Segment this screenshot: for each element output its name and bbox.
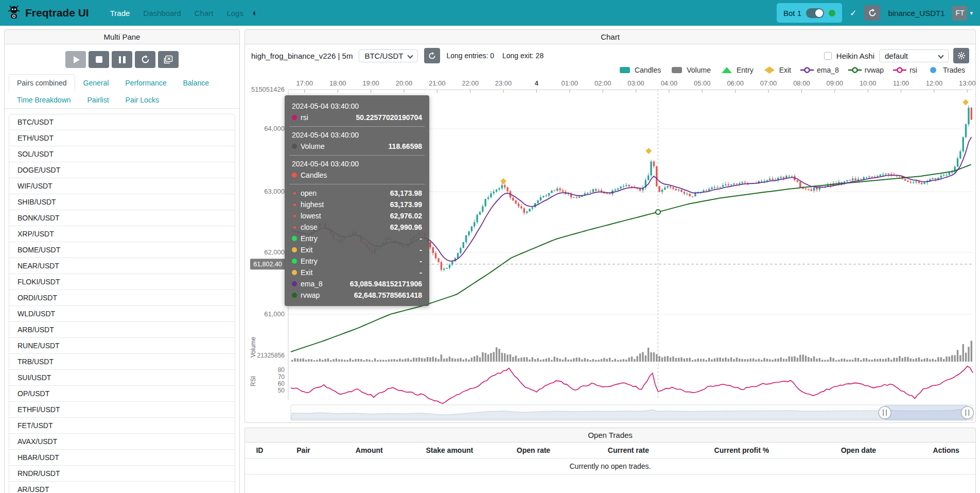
datazoom-handle-left[interactable] [879,406,891,419]
svg-text:05:00: 05:00 [694,79,711,87]
tooltip-label: ema_8 [301,278,323,290]
pair-item[interactable]: SHIB/USDT [9,194,235,210]
reload-config-button[interactable] [135,51,155,68]
chevron-down-icon [408,53,413,58]
pair-item[interactable]: SUI/USDT [9,370,235,386]
svg-text:13:00: 13:00 [959,79,976,87]
legend-entry[interactable]: Entry [720,66,754,74]
series-dot [293,203,296,206]
play-icon [74,56,80,63]
open-trades-panel: Open Trades IDPairAmountStake amountOpen… [244,428,976,493]
robot-logo-icon [7,5,21,22]
pair-item[interactable]: OP/USDT [9,386,235,402]
theme-toggle-icon[interactable]: ◐ [252,8,258,19]
pair-item[interactable]: FET/USDT [9,418,235,434]
multi-pane-title: Multi Pane [5,30,239,44]
column-open-date: Open date [800,443,917,458]
datazoom-handle-right[interactable] [961,406,973,419]
refresh-icon [868,9,877,17]
multi-pane-panel: Multi Pane Pairs combinedGeneralPer [4,29,240,493]
tooltip-label: Candles [301,169,327,181]
tooltip-row: open63,173.98 [292,188,422,199]
svg-text:18:00: 18:00 [329,79,346,87]
pair-item[interactable]: RUNE/USDT [9,338,235,354]
tooltip-value: - [419,233,422,244]
tooltip-row: Exit- [292,267,422,278]
legend-volume[interactable]: Volume [670,66,711,74]
pair-item[interactable]: SOL/USDT [9,146,235,162]
plot-config-select[interactable]: default [879,49,949,62]
nav-item-dashboard[interactable]: Dashboard [136,6,187,21]
pair-item[interactable]: AVAX/USDT [9,434,235,450]
heikin-ashi-checkbox[interactable] [824,52,832,60]
pause-button[interactable] [112,51,132,68]
tab-pair-locks[interactable]: Pair Locks [117,91,167,109]
tab-general[interactable]: General [75,74,117,92]
pair-item[interactable]: ETH/USDT [9,130,235,146]
tooltip-value: - [419,256,422,267]
nav-item-chart[interactable]: Chart [188,6,220,21]
exit-markers [500,99,969,184]
tab-pairs-combined[interactable]: Pairs combined [9,74,75,92]
tab-balance[interactable]: Balance [174,74,217,92]
app-brand[interactable]: Freqtrade UI [7,5,89,22]
pair-item[interactable]: XRP/USDT [9,226,235,242]
svg-text:64,000: 64,000 [264,125,285,132]
pair-item[interactable]: AR/USDT [9,482,235,493]
pair-item[interactable]: FLOKI/USDT [9,274,235,290]
legend-exit[interactable]: Exit [763,66,791,74]
main-layout: Multi Pane Pairs combinedGeneralPer [0,26,980,493]
series-dot [292,247,297,252]
legend-label: ema_8 [817,66,839,74]
pair-item[interactable]: RNDR/USDT [9,466,235,482]
legend-rsi[interactable]: rsi [893,66,917,74]
pair-item[interactable]: DOGE/USDT [9,162,235,178]
bot-toggle[interactable] [806,8,824,18]
pair-item[interactable]: ETHFI/USDT [9,402,235,418]
long-exit-count: Long exit: 28 [502,52,544,60]
user-menu[interactable]: FT ▾ [952,6,973,21]
reload-bot-button[interactable] [864,5,880,21]
nav-item-logs[interactable]: Logs [220,6,250,21]
pair-item[interactable]: TRB/USDT [9,354,235,370]
forget-trade-button[interactable] [158,51,179,68]
svg-text:4: 4 [535,79,539,87]
tab-pairlist[interactable]: Pairlist [79,91,117,109]
legend-label: rsi [909,66,917,74]
tooltip-value: 118.66598 [389,141,422,152]
pair-select[interactable]: BTC/USDT [359,49,418,62]
legend-rvwap[interactable]: rvwap [848,66,884,74]
legend-candles[interactable]: Candles [618,66,661,74]
tooltip-row: close62,990.96 [292,222,422,233]
column-stake-amount: Stake amount [406,443,493,458]
series-dot [292,281,297,286]
pair-item[interactable]: NEAR/USDT [9,258,235,274]
tab-performance[interactable]: Performance [117,74,174,92]
chart-toolbar: high_frog_binance_v226 | 5m BTC/USDT Lon… [245,44,975,64]
nav-item-trade[interactable]: Trade [103,6,137,21]
pair-item[interactable]: ARB/USDT [9,322,235,338]
refresh-icon [428,52,436,60]
stop-button[interactable] [89,51,109,68]
pair-item[interactable]: WLD/USDT [9,306,235,322]
pair-item[interactable]: WIF/USDT [9,178,235,194]
svg-text:01:00: 01:00 [562,79,579,87]
pair-item[interactable]: BOME/USDT [9,242,235,258]
reload-icon [141,55,150,64]
pair-item[interactable]: HBAR/USDT [9,450,235,466]
tooltip-label: Entry [301,233,318,244]
legend-ema_8[interactable]: ema_8 [800,66,839,74]
start-button[interactable] [65,51,86,68]
plot-settings-button[interactable] [953,48,969,63]
bot-selector[interactable]: Bot 1 [777,3,842,23]
volume-bars [291,341,972,362]
datazoom-slider[interactable] [291,405,973,420]
avatar[interactable]: FT [952,6,967,21]
bot-instance-name: binance_USDT1 [888,9,944,18]
legend-trades[interactable]: Trades [926,66,965,74]
pair-item[interactable]: ORDI/USDT [9,290,235,306]
pair-item[interactable]: BTC/USDT [9,114,235,130]
pair-item[interactable]: BONK/USDT [9,210,235,226]
tab-time-breakdown[interactable]: Time Breakdown [9,91,79,109]
refresh-chart-button[interactable] [424,48,440,63]
